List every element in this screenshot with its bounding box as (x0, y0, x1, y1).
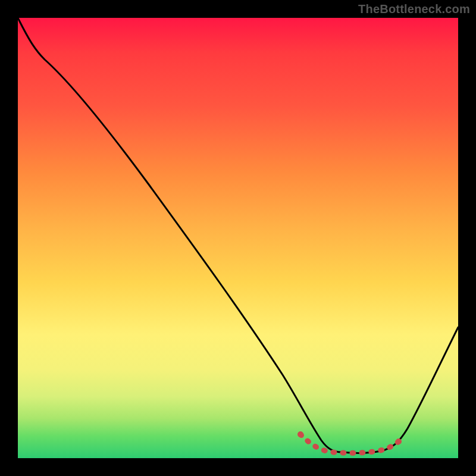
bottleneck-curve-svg (18, 18, 458, 458)
highlight-segment (300, 434, 399, 453)
highlight-dot-left (298, 431, 303, 437)
bottleneck-curve (18, 18, 458, 453)
chart-frame: TheBottleneck.com (0, 0, 476, 476)
plot-area (18, 18, 458, 458)
watermark-text: TheBottleneck.com (358, 2, 470, 16)
highlight-dot-right (396, 439, 402, 444)
